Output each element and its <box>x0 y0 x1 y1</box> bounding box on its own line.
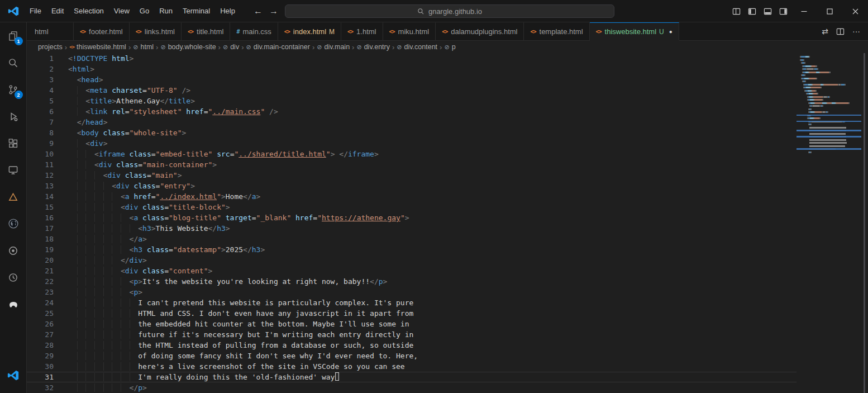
circle-extension-button[interactable] <box>0 237 27 264</box>
code-area[interactable]: 1<!DOCTYPE html>2<html>3 <head>4 <meta c… <box>27 53 797 393</box>
code-line-3[interactable]: 3 <head> <box>27 74 797 85</box>
breadcrumb-item-p[interactable]: ⊘p <box>444 43 455 51</box>
code-line-10[interactable]: 10 <iframe class="embed-title" src="../s… <box>27 149 797 159</box>
menu-terminal[interactable]: Terminal <box>178 4 215 17</box>
code-line-15[interactable]: 15 <div class="title-block"> <box>27 202 797 212</box>
indent-guide <box>85 320 94 328</box>
code-line-17[interactable]: 17 <h3>This Website</h3> <box>27 223 797 234</box>
toggle-secondary-sidebar-icon[interactable] <box>775 0 791 22</box>
tab-miku.html[interactable]: <>miku.html <box>383 22 436 40</box>
menu-help[interactable]: Help <box>215 4 240 17</box>
scrollbar-thumb[interactable] <box>864 53 865 393</box>
code-token: This Website <box>156 224 208 233</box>
code-line-4[interactable]: 4 <meta charset="UTF-8" /> <box>27 85 797 96</box>
editor-scrollbar[interactable] <box>861 53 868 393</box>
line-number: 5 <box>27 96 68 106</box>
close-button[interactable] <box>842 0 868 22</box>
code-line-8[interactable]: 8 <body class="whole-site"> <box>27 127 797 138</box>
tab-index.html[interactable]: <>index.htmlM <box>278 22 341 40</box>
code-line-18[interactable]: 18 </a> <box>27 234 797 244</box>
code-line-31[interactable]: 31 I'm really doing this the 'old-fashio… <box>27 372 797 382</box>
code-line-26[interactable]: 26 the embedded hit counter at the botto… <box>27 319 797 329</box>
command-center-search[interactable]: gnargle.github.io <box>285 4 614 18</box>
breadcrumb-item-div.content[interactable]: ⊘div.content <box>397 43 437 51</box>
dirty-indicator[interactable]: ● <box>669 29 673 35</box>
code-line-6[interactable]: 6 <link rel="stylesheet" href="../main.c… <box>27 106 797 117</box>
clock-extension-button[interactable] <box>0 264 27 291</box>
tab-1.html[interactable]: <>1.html <box>341 22 383 40</box>
code-line-23[interactable]: 23 <p> <box>27 287 797 297</box>
code-line-24[interactable]: 24 I can't pretend this website is parti… <box>27 297 797 308</box>
code-line-13[interactable]: 13 <div class="entry"> <box>27 181 797 191</box>
minimize-button[interactable] <box>791 0 817 22</box>
code-line-14[interactable]: 14 <a href="../index.html">Home</a> <box>27 191 797 202</box>
customize-layout-icon[interactable] <box>728 0 744 22</box>
minimap[interactable] <box>797 53 861 393</box>
code-line-21[interactable]: 21 <div class="content"> <box>27 266 797 276</box>
code-line-27[interactable]: 27 future if it's necessary but I'm writ… <box>27 329 797 340</box>
code-token: "stylesheet" <box>130 107 182 116</box>
tab-footer.html[interactable]: <>footer.html <box>74 22 130 40</box>
source-control-button[interactable]: 2 <box>0 76 27 103</box>
code-line-25[interactable]: 25 HTML and CSS. I don't even have any j… <box>27 308 797 319</box>
code-line-22[interactable]: 22 <p>It's the website you're looking at… <box>27 276 797 287</box>
menu-run[interactable]: Run <box>154 4 178 17</box>
remote-explorer-button[interactable] <box>0 157 27 183</box>
code-line-2[interactable]: 2<html> <box>27 64 797 74</box>
tab-label: html <box>35 27 49 36</box>
breadcrumb-item-body.whole-site[interactable]: ⊘body.whole-site <box>160 43 216 51</box>
code-line-7[interactable]: 7 </head> <box>27 117 797 127</box>
code-line-28[interactable]: 28 the HTML instead of pulling from a da… <box>27 340 797 351</box>
tab-thiswebsite.html[interactable]: <>thiswebsite.htmlU● <box>590 22 679 40</box>
menu-edit[interactable]: Edit <box>46 4 69 17</box>
tab-dalamudplugins.html[interactable]: <>dalamudplugins.html <box>436 22 524 40</box>
indent-guide <box>68 118 77 126</box>
vscode-bottom-logo-button[interactable] <box>0 362 27 389</box>
tab-main.css[interactable]: #main.css <box>230 22 278 40</box>
breadcrumb-item-div.entry[interactable]: ⊘div.entry <box>356 43 390 51</box>
breadcrumb-item-div.main[interactable]: ⊘div.main <box>317 43 350 51</box>
tab-links.html[interactable]: <>links.html <box>130 22 182 40</box>
code-line-5[interactable]: 5 <title>Athene.Gay</title> <box>27 96 797 106</box>
search-button[interactable] <box>0 49 27 76</box>
code-line-11[interactable]: 11 <div class="main-container"> <box>27 159 797 170</box>
nav-forward-icon[interactable]: → <box>269 0 278 22</box>
tab-title.html[interactable]: <>title.html <box>182 22 230 40</box>
breadcrumb-item-html[interactable]: ⊘html <box>133 43 154 51</box>
tab-template.html[interactable]: <>template.html <box>524 22 589 40</box>
code-line-16[interactable]: 16 <a class="blog-title" target="_blank"… <box>27 212 797 223</box>
maximize-button[interactable] <box>817 0 842 22</box>
code-line-19[interactable]: 19 <h3 class="datestamp">2025</h3> <box>27 244 797 255</box>
indent-guide <box>77 330 86 339</box>
code-line-29[interactable]: 29 of doing some fancy shit I don't see … <box>27 351 797 361</box>
menu-file[interactable]: File <box>25 4 46 17</box>
code-line-32[interactable]: 32 </p> <box>27 382 797 393</box>
tab-html[interactable]: html <box>27 22 74 40</box>
nav-back-icon[interactable]: ← <box>254 0 263 22</box>
code-line-30[interactable]: 30 here's a live screenshot of the site … <box>27 361 797 372</box>
run-debug-button[interactable] <box>0 103 27 130</box>
menu-go[interactable]: Go <box>135 4 154 17</box>
menu-selection[interactable]: Selection <box>69 4 108 17</box>
split-editor-icon[interactable] <box>836 27 845 36</box>
misc-extension-button[interactable] <box>0 291 27 318</box>
css-file-icon: # <box>236 29 239 35</box>
breadcrumb-item-div.main-container[interactable]: ⊘div.main-container <box>246 43 309 51</box>
breadcrumb-item-projects[interactable]: projects <box>38 43 63 51</box>
code-line-1[interactable]: 1<!DOCTYPE html> <box>27 53 797 64</box>
more-actions-icon[interactable]: ··· <box>852 27 860 36</box>
github-button[interactable] <box>0 210 27 237</box>
toggle-primary-sidebar-icon[interactable] <box>744 0 760 22</box>
compare-changes-icon[interactable]: ⇄ <box>822 27 828 36</box>
extension-triangle-button[interactable] <box>0 183 27 210</box>
code-line-9[interactable]: 9 <div> <box>27 138 797 149</box>
extensions-button[interactable] <box>0 130 27 157</box>
line-content: here's a live screenshot of the site in … <box>68 361 405 372</box>
breadcrumb-item-thiswebsite.html[interactable]: <>thiswebsite.html <box>69 43 126 51</box>
code-line-12[interactable]: 12 <div class="main"> <box>27 170 797 181</box>
toggle-panel-icon[interactable] <box>760 0 775 22</box>
menu-view[interactable]: View <box>109 4 135 17</box>
breadcrumb-item-div[interactable]: ⊘div <box>223 43 239 51</box>
code-line-20[interactable]: 20 </div> <box>27 255 797 266</box>
explorer-button[interactable]: 1 <box>0 22 27 49</box>
